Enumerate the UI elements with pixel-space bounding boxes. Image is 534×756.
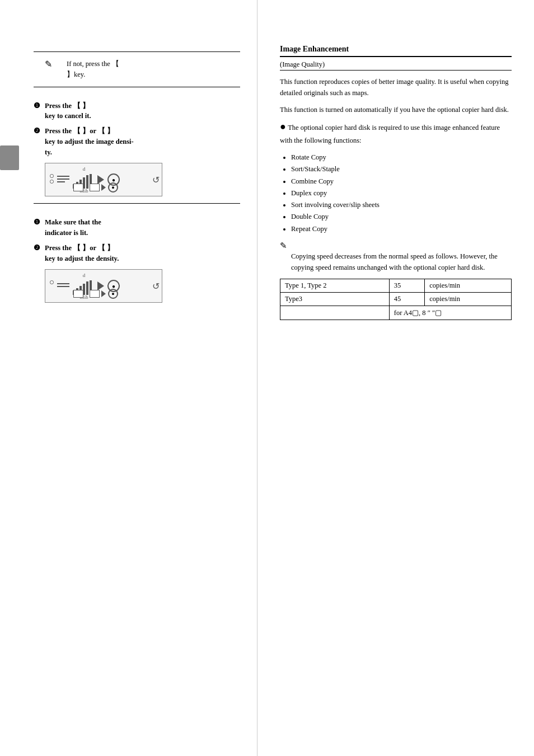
panel-dots-2 <box>50 280 54 292</box>
list-item-repeat: Repeat Copy <box>291 223 512 235</box>
step-num-2: ❷ <box>34 126 43 137</box>
divider-1 <box>34 87 240 87</box>
table-cell-paper-size: for A4▢, 8 ″ ″▢ <box>389 306 511 320</box>
step-4-sub: key to adjust the density. <box>45 255 119 262</box>
panel-seg-2-top: d <box>83 273 86 278</box>
panel-line-4 <box>57 283 69 284</box>
panel-bottom: ● <box>73 182 120 192</box>
caution-text: The optional copier hard disk is require… <box>280 124 500 144</box>
section-subtitle: (Image Quality) <box>280 60 512 71</box>
panel-segment-top: d <box>83 166 86 172</box>
divider-2 <box>34 203 240 204</box>
step-num-3: ❶ <box>34 217 43 228</box>
panel-dot-4-empty <box>50 286 54 290</box>
section-note-cancel: ✎ If not, press the 【 】key. <box>34 51 240 87</box>
panel-dot-3 <box>50 280 54 284</box>
step-1-cancel: ❶ Press the 【 】 key to cancel it. <box>34 101 240 122</box>
step-num-4: ❷ <box>34 243 43 253</box>
note-block: ✎ Copying speed decreases from the norma… <box>280 241 512 273</box>
panel-bottom-right-2: ● <box>90 289 120 299</box>
note-icon-2: ✎ <box>280 241 287 250</box>
side-badge <box>0 145 19 170</box>
panel-line-2 <box>57 179 69 180</box>
table-cell-unit1: copies/min <box>425 279 512 292</box>
list-item-combine: Combine Copy <box>291 176 512 187</box>
table-cell-speed1: 35 <box>389 279 425 292</box>
panel-lines-1 <box>57 176 69 184</box>
panel-circle-small-2: ● <box>108 289 118 299</box>
table-cell-unit2: copies/min <box>425 292 512 306</box>
step-1-sub: key to cancel it. <box>45 112 91 120</box>
panel-line-1 <box>57 176 69 177</box>
step-2-sub: key to adjust the image densi- <box>45 138 134 145</box>
list-item-sort-stack: Sort/Stack/Staple <box>291 163 512 175</box>
section-steps-density: ❶ Press the 【 】 key to cancel it. ❷ Pres… <box>34 101 240 204</box>
table-cell-empty <box>280 306 390 320</box>
note-text-1a: If not, press the 【 <box>67 59 119 69</box>
table-row-3: for A4▢, 8 ″ ″▢ <box>280 306 512 320</box>
panel-rect-1 <box>73 184 83 191</box>
panel-dots-1 <box>50 174 54 185</box>
list-item-duplex: Duplex copy <box>291 187 512 199</box>
list-item-sort-cover: Sort involving cover/slip sheets <box>291 199 512 211</box>
panel-bottom-2: ● <box>73 289 120 299</box>
list-item-rotate: Rotate Copy <box>291 152 512 163</box>
table-cell-speed2: 45 <box>389 292 425 306</box>
right-column: Image Enhancement (Image Quality) This f… <box>257 0 534 756</box>
caution-icon: ● <box>280 121 286 133</box>
step-4-text: Press the 【 】or 【 】 <box>45 244 114 252</box>
table-cell-type3: Type3 <box>280 292 390 306</box>
right-para-1: This function reproduces copies of bette… <box>280 76 512 98</box>
section-title: Image Enhancement <box>280 45 512 57</box>
table-row-2: Type3 45 copies/min <box>280 292 512 306</box>
panel-tri-small <box>101 184 106 191</box>
left-column: ✎ If not, press the 【 】key. ❶ Press the … <box>0 0 257 756</box>
step-3-sub: indicator is lit. <box>45 229 88 237</box>
panel-rect-2 <box>90 184 100 191</box>
note-icon-1: ✎ <box>45 59 52 69</box>
panel-image-1: d iiiiib ● <box>45 163 162 196</box>
panel-circle-small: ● <box>108 182 118 192</box>
right-para-2: This function is turned on automatically… <box>280 104 512 115</box>
page: ✎ If not, press the 【 】key. ❶ Press the … <box>0 0 534 756</box>
note-para: Copying speed decreases from the normal … <box>291 251 512 273</box>
step-1-text: Press the 【 】 <box>45 102 90 110</box>
caution-block: ● The optional copier hard disk is requi… <box>280 121 512 146</box>
step-3-text: Make sure that the <box>45 218 101 226</box>
note-text-1b: 】key. <box>67 69 119 80</box>
step-2-sub2: ty. <box>45 148 52 156</box>
table-cell-type1: Type 1, Type 2 <box>280 279 390 292</box>
step-2-text: Press the 【 】or 【 】 <box>45 127 114 135</box>
panel-tri-small-2 <box>101 290 106 297</box>
section-indicator: ❶ Make sure that the indicator is lit. ❷… <box>34 217 240 303</box>
step-3-indicator: ❶ Make sure that the indicator is lit. <box>34 217 240 238</box>
feature-list: Rotate Copy Sort/Stack/Staple Combine Co… <box>291 152 512 235</box>
panel-refresh-icon-2: ↺ <box>152 281 160 292</box>
speed-table: Type 1, Type 2 35 copies/min Type3 45 co… <box>280 279 512 320</box>
step-num-1: ❶ <box>34 101 43 111</box>
step-2-density: ❷ Press the 【 】or 【 】 key to adjust the … <box>34 126 240 157</box>
panel-lines-2 <box>57 283 69 289</box>
table-row-1: Type 1, Type 2 35 copies/min <box>280 279 512 292</box>
panel-dot-2 <box>50 180 54 184</box>
step-4-density: ❷ Press the 【 】or 【 】 key to adjust the … <box>34 243 240 264</box>
list-item-double: Double Copy <box>291 211 512 223</box>
panel-dot-1 <box>50 174 54 178</box>
panel-bottom-right: ● <box>90 182 120 192</box>
panel-line-3 <box>57 181 65 182</box>
panel-rect-3 <box>73 290 83 298</box>
divider-top <box>34 51 240 52</box>
panel-refresh-icon-1: ↺ <box>152 175 160 185</box>
panel-image-2: d iiiiib ● <box>45 269 162 303</box>
panel-line-5 <box>57 286 69 287</box>
panel-rect-4 <box>90 290 100 298</box>
